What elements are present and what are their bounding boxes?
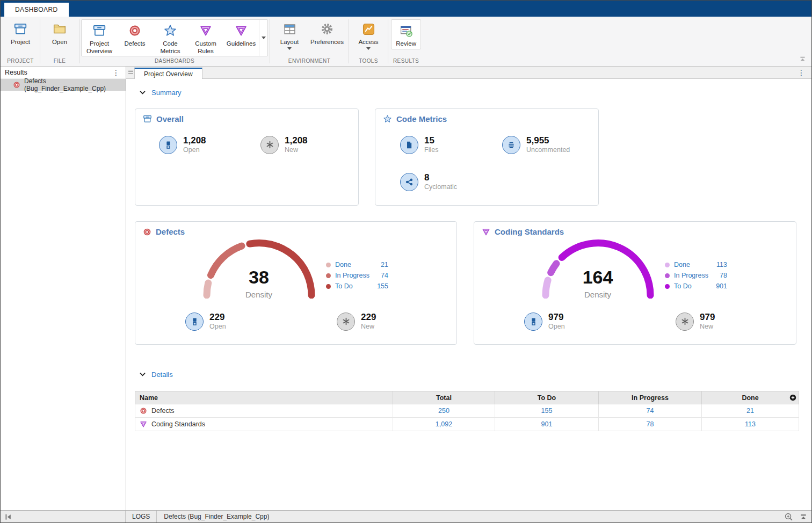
results-menu-kebab-icon[interactable]: ⋮	[111, 69, 121, 76]
dashboards-overflow-button[interactable]	[259, 20, 267, 56]
document-tab-strip: Project Overview ⋮	[126, 67, 811, 79]
logs-toggle[interactable]: LOGS	[126, 511, 157, 522]
preferences-button-label: Preferences	[310, 39, 344, 46]
legend-value-link[interactable]: 21	[381, 261, 388, 268]
legend-item: To Do155	[326, 281, 388, 292]
chevron-down-icon	[139, 371, 146, 378]
nested-triangle-icon	[235, 23, 248, 39]
collapse-panel-left-icon[interactable]	[4, 513, 12, 521]
zoom-in-icon[interactable]	[784, 512, 793, 521]
star-icon	[383, 114, 392, 124]
ribbon-separator	[270, 19, 270, 63]
defects-legend: Done21In Progress74To Do155	[326, 259, 388, 292]
project-button[interactable]: Project	[3, 18, 38, 47]
sidebar-item-defects-result[interactable]: Defects (Bug_Finder_Example_Cpp)	[1, 79, 126, 91]
project-button-label: Project	[11, 39, 30, 46]
guidelines-button-label: Guidelines	[227, 40, 256, 48]
tab-list-icon[interactable]	[128, 70, 133, 74]
collapse-ribbon-icon[interactable]	[799, 55, 807, 62]
summary-section-label: Summary	[151, 89, 182, 97]
project-overview-button[interactable]: Project Overview	[82, 20, 117, 56]
ribbon-group-label-project: PROJECT	[4, 57, 37, 66]
defects-dashboard-button-label: Defects	[125, 40, 146, 48]
legend-value-link[interactable]: 74	[381, 272, 388, 279]
chevron-down-icon	[262, 37, 266, 39]
open-button[interactable]: Open	[42, 18, 77, 47]
dashboards-button-box: Project Overview Defects Code Metrics	[81, 19, 268, 56]
tab-options-kebab-icon[interactable]: ⋮	[796, 69, 807, 76]
legend-value-link[interactable]: 155	[377, 282, 388, 290]
dashboard-ribbon-tab[interactable]: DASHBOARD	[4, 3, 69, 17]
add-column-icon[interactable]	[789, 394, 796, 401]
coding-standards-gauge-center: 164 Density	[544, 268, 651, 299]
star-icon	[163, 23, 177, 39]
custom-rules-button-label: Custom Rules	[189, 40, 223, 55]
legend-label: Done	[335, 261, 351, 268]
defect-ring-icon	[13, 81, 20, 89]
defects-done-link[interactable]: 21	[702, 404, 799, 418]
defects-dashboard-button[interactable]: Defects	[117, 20, 153, 56]
app-window: DASHBOARD Project PROJECT Open	[0, 0, 812, 523]
details-section-toggle[interactable]: Details	[139, 371, 173, 379]
coding-standards-in-progress-link[interactable]: 78	[599, 418, 702, 431]
new-status-icon	[676, 313, 694, 331]
defects-in-progress-link[interactable]: 74	[599, 404, 702, 418]
custom-rules-button[interactable]: Custom Rules	[188, 20, 223, 56]
coding-standards-open-stat: 979 Open	[524, 312, 565, 331]
status-bar-left	[1, 511, 126, 522]
ribbon-group-label-environment: ENVIRONMENT	[285, 57, 334, 66]
code-metrics-button[interactable]: Code Metrics	[153, 20, 188, 56]
title-bar: DASHBOARD	[1, 1, 811, 17]
defects-card: Defects 38 Density Done21In Progress74To…	[135, 221, 457, 345]
tab-project-overview[interactable]: Project Overview	[134, 68, 202, 79]
coding-standards-card-title: Coding Standards	[482, 227, 564, 236]
defects-todo-link[interactable]: 155	[495, 404, 599, 418]
column-header-total[interactable]: Total	[393, 391, 495, 404]
legend-dot-icon	[326, 284, 331, 289]
preferences-button[interactable]: Preferences	[307, 18, 347, 47]
results-panel-title: Results	[5, 69, 27, 76]
collapse-panel-up-icon[interactable]	[799, 513, 808, 521]
ribbon-separator	[388, 19, 388, 63]
nested-triangle-icon	[199, 23, 212, 39]
sidebar-item-label: Defects (Bug_Finder_Example_Cpp)	[24, 77, 126, 92]
coding-standards-todo-link[interactable]: 901	[495, 418, 599, 431]
archive-box-icon	[92, 23, 106, 39]
ribbon-group-label-tools: TOOLS	[356, 57, 381, 66]
legend-label: In Progress	[674, 272, 708, 279]
files-stat: 15 Files	[400, 135, 438, 154]
coding-standards-row-name: Coding Standards	[135, 418, 393, 431]
nested-triangle-icon	[482, 228, 490, 236]
ribbon-group-dashboards: Project Overview Defects Code Metrics	[81, 17, 268, 66]
summary-section-toggle[interactable]: Summary	[139, 89, 182, 97]
folder-icon	[53, 21, 67, 37]
ribbon: Project PROJECT Open FILE	[1, 17, 811, 67]
chevron-down-icon	[287, 47, 292, 50]
new-status-icon	[260, 136, 279, 154]
column-header-done[interactable]: Done	[702, 391, 799, 404]
legend-item: To Do901	[665, 281, 727, 292]
coding-standards-total-link[interactable]: 1,092	[393, 418, 495, 431]
guidelines-button[interactable]: Guidelines	[223, 20, 259, 56]
coding-standards-done-link[interactable]: 113	[702, 418, 799, 431]
review-button-label: Review	[396, 40, 416, 48]
access-button[interactable]: Access	[351, 18, 386, 51]
legend-value-link[interactable]: 113	[716, 261, 727, 268]
column-header-in-progress[interactable]: In Progress	[599, 391, 702, 404]
chevron-down-icon	[366, 47, 371, 50]
table-row-coding-standards: Coding Standards 1,092 901 78 113	[135, 418, 799, 431]
ribbon-group-label-file: FILE	[50, 57, 69, 66]
review-button[interactable]: Review	[392, 20, 421, 49]
ribbon-group-file: Open FILE	[42, 17, 77, 66]
column-header-name[interactable]: Name	[135, 391, 393, 404]
ribbon-separator	[40, 19, 40, 63]
uncommented-stat: 5,955 Uncommented	[502, 135, 570, 154]
defects-gauge-center: 38 Density	[205, 268, 313, 299]
legend-dot-icon	[665, 263, 670, 267]
column-header-to-do[interactable]: To Do	[495, 391, 599, 404]
legend-value-link[interactable]: 901	[716, 282, 727, 290]
layout-button[interactable]: Layout	[272, 18, 307, 51]
status-message: Defects (Bug_Finder_Example_Cpp)	[157, 513, 269, 520]
legend-value-link[interactable]: 78	[720, 272, 727, 279]
defects-total-link[interactable]: 250	[393, 404, 495, 418]
